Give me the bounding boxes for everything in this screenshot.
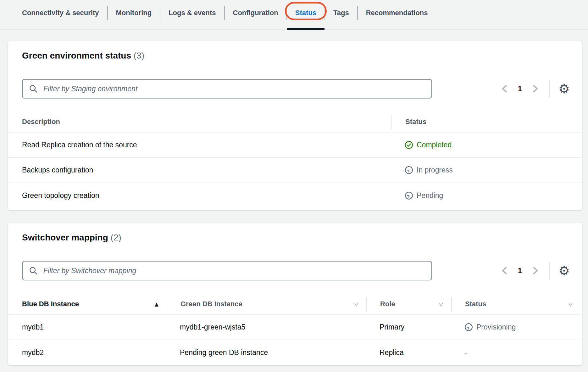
card-controls: 1 ⚙ bbox=[22, 79, 569, 99]
description-cell: Read Replica creation of the source bbox=[8, 141, 391, 149]
pagination: 1 ⚙ bbox=[500, 262, 569, 279]
status-cell: In progress bbox=[391, 166, 582, 174]
chevron-right-icon bbox=[532, 266, 539, 275]
role-cell: Primary bbox=[366, 323, 451, 331]
next-page-button[interactable] bbox=[531, 266, 540, 275]
pager-divider bbox=[549, 80, 550, 98]
pagination: 1 ⚙ bbox=[500, 80, 569, 98]
card-controls: 1 ⚙ bbox=[22, 261, 569, 280]
next-page-button[interactable] bbox=[531, 84, 540, 93]
settings-gear-icon[interactable]: ⚙ bbox=[558, 264, 570, 277]
sort-ascending-icon: ▲ bbox=[155, 301, 158, 307]
blue-db-instance-cell: mydb1 bbox=[8, 323, 167, 331]
switchover-mapping-table: Blue DB Instance ▲ Green DB Instance ▽ R… bbox=[8, 294, 582, 365]
switchover-mapping-filter-input[interactable] bbox=[22, 261, 432, 280]
tab-label: Recommendations bbox=[366, 9, 428, 17]
column-header-role[interactable]: Role ▽ bbox=[366, 294, 451, 314]
clock-pending-icon bbox=[405, 166, 413, 174]
status-cell: Completed bbox=[391, 141, 582, 149]
tab-connectivity-security[interactable]: Connectivity & security bbox=[14, 4, 107, 22]
column-header-green-db-instance[interactable]: Green DB Instance ▽ bbox=[167, 294, 366, 314]
status-text: Pending bbox=[417, 191, 443, 200]
green-environment-status-table: Description Status Read Replica creation… bbox=[8, 111, 582, 208]
status-text: Completed bbox=[417, 141, 452, 149]
tab-label: Tags bbox=[333, 9, 349, 17]
current-page-number: 1 bbox=[518, 266, 522, 275]
card-title: Switchover mapping (2) bbox=[22, 231, 569, 244]
filter-field-wrap bbox=[22, 261, 432, 280]
tab-logs-events[interactable]: Logs & events bbox=[160, 4, 224, 22]
sort-icon: ▽ bbox=[439, 301, 443, 307]
table-row: mydb2 Pending green DB instance Replica … bbox=[8, 340, 582, 365]
green-db-instance-cell: mydb1-green-wjsta5 bbox=[167, 323, 366, 331]
pager-divider bbox=[549, 262, 550, 279]
settings-gear-icon[interactable]: ⚙ bbox=[558, 82, 570, 95]
chevron-left-icon bbox=[501, 84, 508, 93]
status-cell: Provisioning bbox=[451, 323, 582, 331]
blue-db-instance-cell: mydb2 bbox=[8, 348, 167, 357]
column-header-status[interactable]: Status ▽ bbox=[451, 294, 582, 314]
card-counter: (2) bbox=[111, 233, 121, 242]
status-cell: Pending bbox=[391, 191, 582, 200]
tab-status[interactable]: Status bbox=[287, 4, 325, 22]
description-cell: Green topology creation bbox=[8, 191, 391, 200]
chevron-right-icon bbox=[532, 84, 539, 93]
tab-label: Logs & events bbox=[169, 9, 216, 17]
column-header-status: Status bbox=[391, 111, 582, 132]
card-title-text: Switchover mapping bbox=[22, 233, 108, 242]
table-header-row: Blue DB Instance ▲ Green DB Instance ▽ R… bbox=[8, 294, 582, 315]
tab-label: Connectivity & security bbox=[22, 9, 99, 17]
status-text: In progress bbox=[417, 166, 453, 174]
tab-label: Configuration bbox=[233, 9, 278, 17]
current-page-number: 1 bbox=[518, 84, 522, 93]
search-icon bbox=[29, 84, 38, 93]
column-header-blue-db-instance[interactable]: Blue DB Instance ▲ bbox=[8, 294, 167, 314]
clock-pending-icon bbox=[464, 323, 473, 331]
status-cell: - bbox=[451, 348, 582, 357]
detail-tabs: Connectivity & security Monitoring Logs … bbox=[0, 0, 588, 30]
card-title: Green environment status (3) bbox=[22, 49, 569, 62]
green-db-instance-cell: Pending green DB instance bbox=[167, 348, 366, 357]
table-row: mydb1 mydb1-green-wjsta5 Primary Provisi… bbox=[8, 315, 582, 340]
tab-configuration[interactable]: Configuration bbox=[225, 4, 286, 22]
tab-tags[interactable]: Tags bbox=[325, 4, 357, 22]
status-empty-dash: - bbox=[464, 348, 467, 357]
filter-field-wrap bbox=[22, 79, 432, 99]
tab-recommendations[interactable]: Recommendations bbox=[358, 4, 436, 22]
status-text: Provisioning bbox=[476, 323, 516, 331]
switchover-mapping-card: Switchover mapping (2) 1 ⚙ Blue DB Ins bbox=[8, 223, 582, 365]
column-header-description: Description bbox=[8, 111, 391, 132]
sort-icon: ▽ bbox=[569, 301, 572, 307]
chevron-left-icon bbox=[501, 266, 508, 275]
previous-page-button[interactable] bbox=[500, 84, 508, 93]
table-row: Green topology creation Pending bbox=[8, 183, 582, 208]
search-icon bbox=[29, 266, 38, 275]
table-row: Read Replica creation of the source Comp… bbox=[8, 132, 582, 158]
tab-label: Status bbox=[295, 9, 316, 17]
tab-label: Monitoring bbox=[116, 9, 152, 17]
description-cell: Backups configuration bbox=[8, 166, 391, 174]
clock-pending-icon bbox=[405, 191, 413, 200]
table-header-row: Description Status bbox=[8, 111, 582, 132]
table-row: Backups configuration In progress bbox=[8, 158, 582, 183]
check-circle-icon bbox=[405, 141, 413, 149]
green-environment-status-card: Green environment status (3) 1 ⚙ Descr bbox=[8, 41, 582, 210]
staging-environment-filter-input[interactable] bbox=[22, 79, 432, 99]
sort-icon: ▽ bbox=[354, 301, 358, 307]
role-cell: Replica bbox=[366, 348, 451, 357]
card-title-text: Green environment status bbox=[22, 51, 131, 60]
previous-page-button[interactable] bbox=[500, 266, 508, 275]
card-counter: (3) bbox=[134, 51, 144, 60]
tab-monitoring[interactable]: Monitoring bbox=[108, 4, 160, 22]
